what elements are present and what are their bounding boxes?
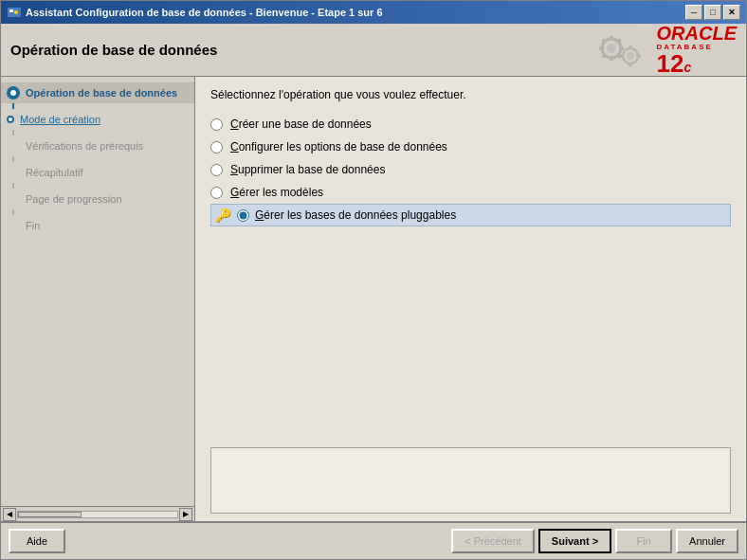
header-bar: Opération de base de données bbox=[1, 24, 746, 77]
finish-button[interactable]: Fin bbox=[615, 529, 672, 553]
key-icon: 🔑 bbox=[215, 208, 231, 223]
option-delete-db[interactable]: Supprimer la base de données bbox=[210, 158, 731, 181]
sidebar-label-verifications: Vérifications de prérequis bbox=[26, 140, 143, 152]
page-title: Opération de base de données bbox=[10, 42, 217, 58]
step-indicator-1 bbox=[7, 86, 20, 99]
svg-rect-18 bbox=[637, 54, 641, 58]
sidebar-label-fin: Fin bbox=[26, 220, 40, 231]
scroll-right-button[interactable]: ▶ bbox=[179, 508, 192, 521]
scroll-left-button[interactable]: ◀ bbox=[3, 508, 16, 521]
svg-rect-7 bbox=[599, 46, 604, 50]
option-manage-models[interactable]: Gérer les modèles bbox=[210, 181, 731, 204]
sidebar-label-progression: Page de progression bbox=[26, 193, 122, 205]
sidebar-item-mode-creation[interactable]: Mode de création bbox=[1, 109, 194, 130]
window-title: Assistant Configuration de base de donné… bbox=[26, 7, 682, 18]
oracle-version: 12c bbox=[657, 51, 692, 76]
radio-config-options[interactable] bbox=[210, 141, 223, 154]
info-box bbox=[210, 447, 731, 514]
label-delete-db: Supprimer la base de données bbox=[230, 163, 385, 176]
close-button[interactable]: ✕ bbox=[723, 5, 740, 20]
oracle-brand: ORACLE DATABASE 12c bbox=[657, 24, 737, 76]
sidebar: Opération de base de données Mode de cré… bbox=[1, 77, 195, 521]
main-window: Assistant Configuration de base de donné… bbox=[0, 0, 747, 560]
title-bar: Assistant Configuration de base de donné… bbox=[1, 1, 746, 24]
radio-manage-pluggable[interactable] bbox=[237, 209, 249, 222]
label-manage-models: Gérer les modèles bbox=[230, 186, 323, 199]
scroll-thumb[interactable] bbox=[18, 512, 82, 517]
footer-bar: Aide < Précédent Suivant > Fin Annuler bbox=[1, 521, 746, 559]
sidebar-scrollbar[interactable]: ◀ ▶ bbox=[1, 506, 194, 521]
sidebar-item-progression: Page de progression bbox=[1, 189, 194, 209]
radio-manage-models[interactable] bbox=[210, 187, 223, 199]
svg-rect-16 bbox=[629, 63, 632, 66]
oracle-version-letter: c bbox=[683, 60, 691, 75]
step-empty-4 bbox=[7, 166, 20, 179]
prev-button[interactable]: < Précédent bbox=[451, 529, 535, 553]
maximize-button[interactable]: □ bbox=[704, 5, 721, 20]
svg-rect-5 bbox=[610, 36, 613, 41]
radio-create-db[interactable] bbox=[210, 118, 223, 131]
cancel-button[interactable]: Annuler bbox=[676, 529, 738, 553]
sidebar-items: Opération de base de données Mode de cré… bbox=[1, 77, 194, 506]
options-area: Créer une base de données Configurer les… bbox=[195, 109, 746, 440]
minimize-button[interactable]: ─ bbox=[685, 5, 702, 20]
svg-rect-8 bbox=[619, 46, 624, 50]
sidebar-label-mode-creation: Mode de création bbox=[20, 114, 100, 125]
sidebar-item-verifications: Vérifications de prérequis bbox=[1, 135, 194, 156]
svg-rect-17 bbox=[620, 54, 624, 58]
option-manage-pluggable[interactable]: 🔑 Gérer les bases de données pluggables bbox=[210, 204, 731, 226]
step-empty-3 bbox=[7, 139, 20, 153]
label-create-db: Créer une base de données bbox=[230, 117, 372, 131]
step-empty-6 bbox=[7, 219, 20, 232]
app-icon bbox=[7, 5, 22, 20]
label-config-options: Configurer les options de base de donnée… bbox=[230, 140, 447, 154]
sidebar-item-recapitulatif: Récapitulatif bbox=[1, 162, 194, 183]
content-area: Opération de base de données Mode de cré… bbox=[1, 77, 746, 521]
svg-point-2 bbox=[14, 10, 18, 14]
svg-rect-15 bbox=[629, 45, 632, 49]
next-button[interactable]: Suivant > bbox=[538, 529, 611, 553]
oracle-name-text: ORACLE bbox=[657, 24, 737, 43]
radio-delete-db[interactable] bbox=[210, 164, 223, 176]
svg-rect-1 bbox=[9, 9, 13, 12]
window-controls: ─ □ ✕ bbox=[685, 5, 740, 20]
step-dot-2 bbox=[7, 116, 14, 123]
gears-icon bbox=[592, 29, 649, 71]
label-manage-pluggable: Gérer les bases de données pluggables bbox=[255, 208, 456, 222]
main-panel: Sélectionnez l'opération que vous voulez… bbox=[195, 77, 746, 521]
instruction-text: Sélectionnez l'opération que vous voulez… bbox=[195, 77, 746, 109]
sidebar-label-operation: Opération de base de données bbox=[26, 87, 177, 99]
oracle-version-number: 12 bbox=[657, 51, 684, 76]
sidebar-item-operation[interactable]: Opération de base de données bbox=[1, 82, 194, 103]
oracle-logo-container: ORACLE DATABASE 12c bbox=[592, 24, 737, 76]
sidebar-item-fin: Fin bbox=[1, 215, 194, 236]
svg-rect-6 bbox=[610, 56, 613, 61]
svg-point-4 bbox=[607, 44, 616, 53]
option-config-options[interactable]: Configurer les options de base de donnée… bbox=[210, 135, 731, 158]
scroll-track bbox=[17, 511, 178, 518]
option-create-db[interactable]: Créer une base de données bbox=[210, 113, 731, 135]
step-empty-5 bbox=[7, 192, 20, 206]
svg-point-14 bbox=[627, 52, 634, 60]
sidebar-label-recapitulatif: Récapitulatif bbox=[26, 167, 83, 178]
help-button[interactable]: Aide bbox=[9, 529, 65, 553]
